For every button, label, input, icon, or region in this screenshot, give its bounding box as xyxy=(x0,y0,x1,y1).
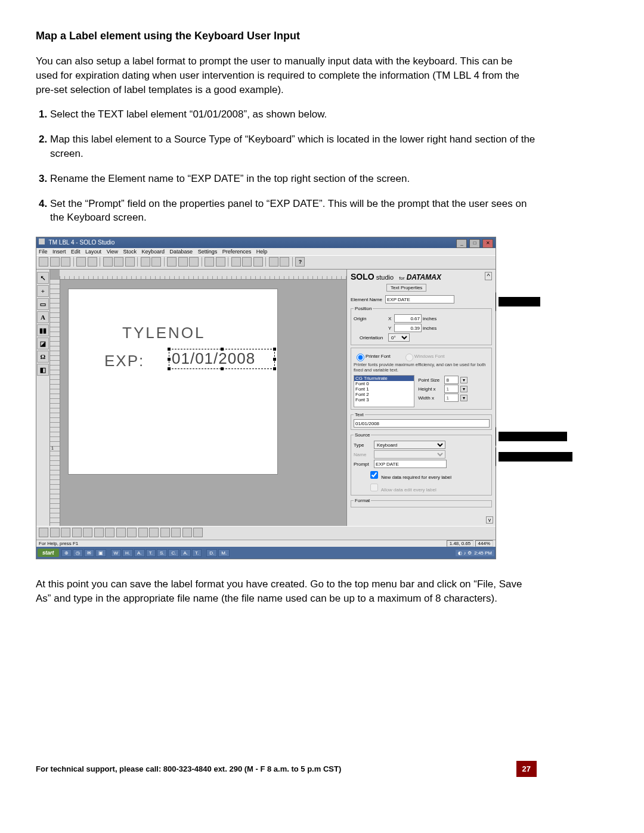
quicklaunch-icon[interactable]: ◷ xyxy=(73,549,83,557)
maximize-icon[interactable]: □ xyxy=(469,239,480,248)
tool-icon[interactable] xyxy=(171,528,181,537)
text-value-input[interactable] xyxy=(354,419,490,428)
menu-layout[interactable]: Layout xyxy=(85,249,101,255)
element-name-input[interactable] xyxy=(385,295,454,304)
tool-icon[interactable] xyxy=(127,528,137,537)
menu-view[interactable]: View xyxy=(107,249,118,255)
task-button[interactable]: S. xyxy=(157,549,168,557)
align-icon[interactable] xyxy=(61,528,70,537)
task-button[interactable]: A. xyxy=(134,549,145,557)
main-toolbar[interactable]: ? xyxy=(36,255,496,270)
menu-settings[interactable]: Settings xyxy=(198,249,218,255)
tool-icon[interactable] xyxy=(269,257,278,267)
scroll-up-icon[interactable]: ^ xyxy=(485,272,492,280)
line-tool-icon[interactable]: + xyxy=(37,285,49,297)
align-icon[interactable] xyxy=(72,528,82,537)
start-button[interactable]: start xyxy=(38,549,59,557)
barcode-tool-icon[interactable]: ▮▮ xyxy=(37,324,49,336)
minimize-icon[interactable]: _ xyxy=(456,239,467,248)
clock-icon[interactable] xyxy=(242,257,252,267)
print-icon[interactable] xyxy=(76,257,86,267)
menu-database[interactable]: Database xyxy=(170,249,193,255)
task-button[interactable]: T. xyxy=(192,549,202,557)
paste-icon[interactable] xyxy=(125,257,135,267)
bottom-toolbar[interactable] xyxy=(36,526,496,540)
cut-icon[interactable] xyxy=(103,257,113,267)
system-tray[interactable]: ◐ ♪ ⚙ 2:45 PM xyxy=(456,550,494,556)
tool-icon[interactable] xyxy=(205,257,214,267)
save-icon[interactable] xyxy=(61,257,70,267)
tray-icon[interactable]: ♪ xyxy=(464,550,466,556)
tool-icon[interactable] xyxy=(149,528,159,537)
dropdown-icon[interactable]: ▾ xyxy=(460,377,467,383)
tool-icon[interactable] xyxy=(178,257,188,267)
quicklaunch-icon[interactable]: ✉ xyxy=(84,549,94,557)
task-button[interactable]: H. xyxy=(122,549,133,557)
tool-icon[interactable] xyxy=(83,528,92,537)
tray-icon[interactable]: ⚙ xyxy=(467,550,472,556)
label-canvas[interactable]: TYLENOL EXP: 01/01/2008 xyxy=(68,289,278,475)
tool-icon[interactable] xyxy=(280,257,289,267)
windows-taskbar[interactable]: start ⊕ ◷ ✉ ▣ W H. A. T. S. C. A. T. D. … xyxy=(36,547,496,559)
tool-icon[interactable] xyxy=(193,528,203,537)
height-mul-input[interactable] xyxy=(444,385,459,393)
copy-icon[interactable] xyxy=(114,257,123,267)
quicklaunch-icon[interactable]: ⊕ xyxy=(61,549,72,557)
source-type-select[interactable]: Keyboard xyxy=(374,441,445,449)
text-tool-icon[interactable]: A xyxy=(37,311,49,323)
window-buttons[interactable]: _ □ ✕ xyxy=(456,237,493,248)
windows-font-radio[interactable] xyxy=(405,354,413,361)
menu-file[interactable]: File xyxy=(39,249,48,255)
menu-stock[interactable]: Stock xyxy=(123,249,137,255)
origin-x-input[interactable] xyxy=(394,314,422,323)
design-canvas-area[interactable]: 1 TYLENOL EXP: 01/01/2008 xyxy=(50,270,346,526)
point-size-input[interactable] xyxy=(444,376,459,384)
task-button[interactable]: T. xyxy=(146,549,156,557)
new-icon[interactable] xyxy=(39,257,48,267)
zoom-icon[interactable] xyxy=(189,257,199,267)
image-tool-icon[interactable]: ◪ xyxy=(37,337,49,349)
scroll-down-icon[interactable]: v xyxy=(486,516,493,524)
label-text-tylenol[interactable]: TYLENOL xyxy=(122,324,206,342)
text-properties-tab[interactable]: Text Properties xyxy=(386,284,426,292)
task-button[interactable]: A. xyxy=(180,549,191,557)
menu-edit[interactable]: Edit xyxy=(71,249,80,255)
width-mul-input[interactable] xyxy=(444,394,459,402)
shape-tool-icon[interactable]: ◧ xyxy=(37,364,49,376)
symbol-tool-icon[interactable]: Ω xyxy=(37,351,49,363)
printer-font-radio[interactable] xyxy=(357,354,364,361)
preview-icon[interactable] xyxy=(88,257,97,267)
menu-bar[interactable]: File Insert Edit Layout View Stock Keybo… xyxy=(36,248,496,255)
tool-icon[interactable] xyxy=(105,528,114,537)
orientation-select[interactable]: 0° xyxy=(388,333,410,342)
task-button[interactable]: D. xyxy=(206,549,217,557)
tool-icon[interactable] xyxy=(231,257,241,267)
undo-icon[interactable] xyxy=(141,257,150,267)
close-icon[interactable]: ✕ xyxy=(482,239,493,248)
task-button[interactable]: C. xyxy=(168,549,179,557)
dropdown-icon[interactable]: ▾ xyxy=(460,386,467,392)
tool-icon[interactable] xyxy=(116,528,126,537)
tool-icon[interactable] xyxy=(216,257,225,267)
tool-icon[interactable] xyxy=(160,528,170,537)
origin-y-input[interactable] xyxy=(394,324,422,332)
tool-icon[interactable] xyxy=(167,257,177,267)
tool-icon[interactable] xyxy=(138,528,148,537)
font-list[interactable]: CG Triumvirate Font 0 Font 1 Font 2 Font… xyxy=(354,375,414,407)
pointer-tool-icon[interactable]: ↖ xyxy=(37,272,49,284)
menu-help[interactable]: Help xyxy=(256,249,268,255)
task-button[interactable]: M. xyxy=(218,549,230,557)
tool-icon[interactable] xyxy=(253,257,263,267)
rect-tool-icon[interactable]: ▭ xyxy=(37,298,49,310)
side-tool-palette[interactable]: ↖ + ▭ A ▮▮ ◪ Ω ◧ xyxy=(36,270,50,526)
menu-preferences[interactable]: Preferences xyxy=(222,249,252,255)
align-icon[interactable] xyxy=(39,528,48,537)
tool-icon[interactable] xyxy=(94,528,104,537)
tray-icon[interactable]: ◐ xyxy=(458,550,462,556)
quicklaunch-icon[interactable]: ▣ xyxy=(95,549,106,557)
open-icon[interactable] xyxy=(50,257,60,267)
new-data-checkbox[interactable] xyxy=(370,471,378,479)
menu-insert[interactable]: Insert xyxy=(52,249,66,255)
task-button[interactable]: W xyxy=(111,549,122,557)
align-icon[interactable] xyxy=(50,528,60,537)
